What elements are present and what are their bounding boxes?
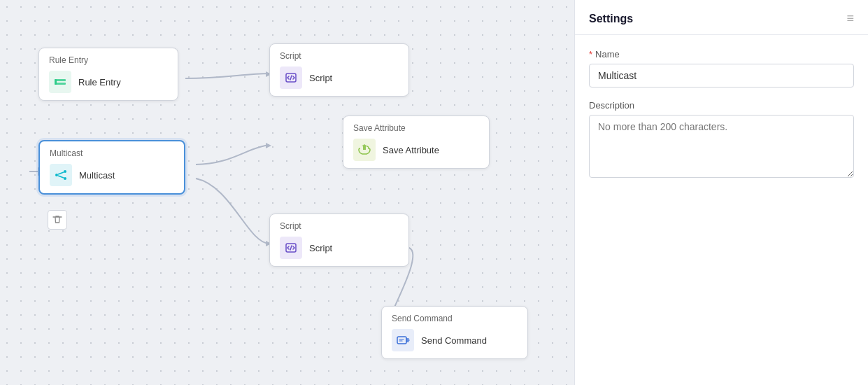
- name-field-group: * Name: [589, 49, 854, 88]
- rule-entry-label: Rule Entry: [78, 77, 121, 88]
- multicast-label: Multicast: [79, 170, 115, 181]
- settings-title: Settings: [589, 13, 633, 25]
- multicast-node[interactable]: Multicast Multicast: [38, 140, 185, 195]
- canvas-area: Rule Entry Rule Entry Script: [0, 0, 574, 385]
- required-star: *: [589, 49, 592, 59]
- name-label: * Name: [589, 49, 854, 59]
- settings-header: Settings ≡: [575, 0, 868, 35]
- svg-line-9: [290, 76, 292, 80]
- script-top-title: Script: [280, 51, 399, 61]
- settings-menu-icon[interactable]: ≡: [846, 11, 854, 26]
- svg-point-12: [64, 177, 66, 180]
- svg-point-10: [55, 174, 58, 176]
- save-attribute-label: Save Attribute: [383, 145, 439, 155]
- save-attribute-node[interactable]: Save Attribute Save Attribute: [343, 115, 490, 169]
- rule-entry-node[interactable]: Rule Entry Rule Entry: [38, 48, 178, 101]
- svg-line-13: [58, 172, 64, 174]
- svg-rect-7: [55, 79, 57, 85]
- delete-button[interactable]: [48, 210, 67, 230]
- description-textarea[interactable]: [589, 115, 854, 178]
- svg-point-11: [64, 170, 66, 173]
- save-attribute-icon: [353, 139, 376, 161]
- script-bottom-label: Script: [309, 243, 332, 253]
- svg-line-14: [58, 176, 64, 178]
- description-label: Description: [589, 100, 854, 111]
- description-field-group: Description: [589, 100, 854, 181]
- save-attribute-title: Save Attribute: [353, 123, 479, 133]
- send-command-node[interactable]: Send Command Send Command: [381, 306, 528, 359]
- script-bottom-node[interactable]: Script Script: [269, 214, 409, 267]
- rule-entry-title: Rule Entry: [49, 55, 168, 65]
- settings-panel: Settings ≡ * Name Description: [574, 0, 868, 385]
- multicast-title: Multicast: [50, 148, 174, 158]
- svg-marker-2: [266, 143, 271, 148]
- send-command-title: Send Command: [392, 314, 518, 323]
- settings-body: * Name Description: [575, 35, 868, 385]
- script-top-icon: [280, 66, 302, 89]
- script-top-label: Script: [309, 73, 332, 83]
- svg-rect-17: [397, 337, 406, 344]
- description-label-text: Description: [589, 100, 634, 111]
- multicast-icon: [50, 164, 72, 186]
- name-label-text: Name: [595, 49, 620, 59]
- svg-line-16: [290, 246, 292, 250]
- send-command-icon: [392, 329, 414, 351]
- script-bottom-title: Script: [280, 221, 399, 231]
- send-command-label: Send Command: [421, 335, 487, 346]
- name-input[interactable]: [589, 64, 854, 88]
- script-bottom-icon: [280, 237, 302, 259]
- rule-entry-icon: [49, 71, 71, 93]
- script-top-node[interactable]: Script Script: [269, 43, 409, 97]
